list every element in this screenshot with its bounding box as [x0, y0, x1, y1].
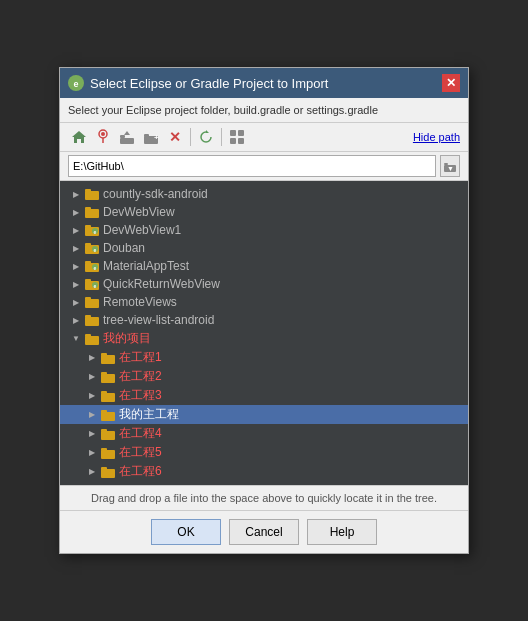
tree-item[interactable]: RemoteViews [60, 293, 468, 311]
tree-item-label: 在工程1 [119, 349, 162, 366]
tree-item-label: DevWebView [103, 205, 175, 219]
tree-toggle[interactable] [84, 388, 100, 404]
tree-toggle[interactable] [68, 222, 84, 238]
svg-point-4 [101, 132, 105, 136]
tree-item-label: 我的主工程 [119, 406, 179, 423]
tree-item[interactable]: e DevWebView1 [60, 221, 468, 239]
tree-item[interactable]: 在工程2 [60, 367, 468, 386]
tree-item[interactable]: 在工程3 [60, 386, 468, 405]
help-button[interactable]: Help [307, 519, 377, 545]
tree-item[interactable]: e QuickReturnWebView [60, 275, 468, 293]
svg-rect-25 [85, 225, 91, 228]
tree-item-label: 在工程2 [119, 368, 162, 385]
tree-toggle[interactable] [68, 276, 84, 292]
tree-item[interactable]: e Douban [60, 239, 468, 257]
folder-icon [100, 390, 116, 402]
tree-item[interactable]: tree-view-list-android [60, 311, 468, 329]
tree-toggle[interactable] [68, 240, 84, 256]
folder-icon: e [84, 260, 100, 272]
svg-rect-45 [85, 334, 91, 337]
tree-item[interactable]: 我的主工程 [60, 405, 468, 424]
tree-item[interactable]: countly-sdk-android [60, 185, 468, 203]
path-row: ▼ [60, 152, 468, 181]
svg-marker-2 [72, 131, 86, 143]
tree-toggle[interactable] [68, 331, 84, 347]
tree-item[interactable]: DevWebView [60, 203, 468, 221]
tree-item-label: Douban [103, 241, 145, 255]
folder-icon [84, 296, 100, 308]
separator-1 [190, 128, 191, 146]
tree-item[interactable]: 我的项目 [60, 329, 468, 348]
svg-rect-53 [101, 410, 107, 413]
path-input[interactable] [68, 155, 436, 177]
tree-item[interactable]: 在工程5 [60, 443, 468, 462]
tree-item-label: MaterialAppTest [103, 259, 189, 273]
tree-toggle[interactable] [84, 445, 100, 461]
folder-icon [100, 428, 116, 440]
dialog-icon: e [68, 75, 84, 91]
tree-toggle[interactable] [68, 204, 84, 220]
tree-toggle[interactable] [68, 258, 84, 274]
path-browse-button[interactable]: ▼ [440, 155, 460, 177]
home-button[interactable] [68, 126, 90, 148]
cancel-button[interactable]: Cancel [229, 519, 299, 545]
svg-rect-48 [101, 374, 115, 383]
tree-toggle[interactable] [84, 464, 100, 480]
svg-rect-37 [85, 279, 91, 282]
folder-icon [100, 447, 116, 459]
svg-rect-55 [101, 429, 107, 432]
svg-text:e: e [94, 283, 97, 289]
tree-item-label: RemoteViews [103, 295, 177, 309]
ok-button[interactable]: OK [151, 519, 221, 545]
folder-up-button[interactable] [116, 126, 138, 148]
folder-icon [84, 188, 100, 200]
svg-text:+: + [154, 133, 159, 142]
new-folder-button[interactable]: + [140, 126, 162, 148]
svg-rect-47 [101, 353, 107, 356]
view-button[interactable] [226, 126, 248, 148]
hide-path-link[interactable]: Hide path [413, 131, 460, 143]
tree-item-label: DevWebView1 [103, 223, 181, 237]
tree-toggle[interactable] [84, 369, 100, 385]
svg-rect-51 [101, 391, 107, 394]
tree-item-label: tree-view-list-android [103, 313, 214, 327]
toolbar: + ✕ Hide path [60, 123, 468, 152]
svg-rect-46 [101, 355, 115, 364]
tree-item-label: 在工程4 [119, 425, 162, 442]
pin-button[interactable] [92, 126, 114, 148]
folder-icon [100, 409, 116, 421]
tree-item[interactable]: 在工程6 [60, 462, 468, 481]
svg-text:e: e [73, 79, 78, 89]
folder-icon [84, 333, 100, 345]
tree-toggle[interactable] [68, 294, 84, 310]
button-row: OK Cancel Help [60, 510, 468, 553]
tree-item[interactable]: e MaterialAppTest [60, 257, 468, 275]
close-button[interactable]: ✕ [442, 74, 460, 92]
folder-icon [84, 314, 100, 326]
tree-item-label: 我的项目 [103, 330, 151, 347]
tree-item[interactable]: 在工程1 [60, 348, 468, 367]
separator-2 [221, 128, 222, 146]
tree-toggle[interactable] [84, 407, 100, 423]
svg-rect-40 [85, 299, 99, 308]
tree-item-label: 在工程5 [119, 444, 162, 461]
tree-toggle[interactable] [84, 350, 100, 366]
svg-rect-16 [238, 138, 244, 144]
import-dialog: e Select Eclipse or Gradle Project to Im… [59, 67, 469, 554]
delete-button[interactable]: ✕ [164, 126, 186, 148]
subtitle: Select your Eclipse project folder, buil… [60, 98, 468, 123]
svg-rect-33 [85, 261, 91, 264]
tree-area[interactable]: countly-sdk-android DevWebView e DevWebV… [60, 181, 468, 485]
tree-toggle[interactable] [68, 186, 84, 202]
dialog-title: Select Eclipse or Gradle Project to Impo… [90, 76, 328, 91]
folder-icon [84, 206, 100, 218]
title-bar-left: e Select Eclipse or Gradle Project to Im… [68, 75, 328, 91]
svg-rect-20 [85, 191, 99, 200]
tree-toggle[interactable] [68, 312, 84, 328]
tree-item-label: QuickReturnWebView [103, 277, 220, 291]
svg-rect-49 [101, 372, 107, 375]
svg-text:e: e [94, 229, 97, 235]
tree-toggle[interactable] [84, 426, 100, 442]
refresh-button[interactable] [195, 126, 217, 148]
tree-item[interactable]: 在工程4 [60, 424, 468, 443]
